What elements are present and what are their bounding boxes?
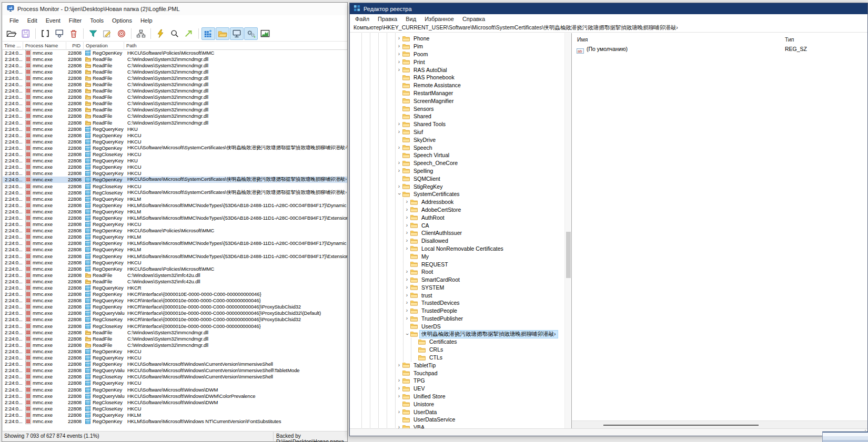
chevron-right-icon[interactable]: ›	[396, 386, 402, 391]
pm-menu-options[interactable]: Options	[108, 16, 136, 25]
tree-item-garbled-key[interactable]: ›侠明蟲楡敗潜挠污敗瑭摁鄠据挈揁敗瑭晚损聊哺卯潜敲›	[350, 330, 564, 338]
event-row[interactable]: 2:24:0...mmc.exe22808RegQueryKeyHKCR	[3, 284, 347, 291]
tree-item-my[interactable]: My	[350, 252, 564, 260]
event-row[interactable]: 2:24:0...mmc.exe22808RegQueryValueHKCU\S…	[3, 393, 347, 399]
event-row[interactable]: 2:24:0...mmc.exe22808RegCloseKeyHKCU\Sof…	[3, 374, 347, 380]
tree-item-ras-phonebook[interactable]: RAS Phonebook	[350, 74, 564, 81]
tree-item-trust[interactable]: ›trust	[350, 291, 564, 299]
tree-item-siuf[interactable]: ›Siuf	[350, 128, 564, 136]
column-header-path[interactable]: Path	[124, 42, 347, 49]
toolbar-show-registry-button[interactable]	[201, 27, 215, 40]
tree-item-ca[interactable]: ›CA	[350, 221, 564, 229]
event-row[interactable]: 2:24:0...mmc.exe22808RegOpenKeyHKLM\Soft…	[3, 418, 347, 424]
event-row[interactable]: 2:24:0...mmc.exe22808RegOpenKeyHKCU	[3, 132, 347, 138]
event-row[interactable]: 2:24:0...mmc.exe22808RegOpenKeyHKCU\Soft…	[3, 265, 347, 272]
chevron-right-icon[interactable]: ›	[404, 316, 410, 321]
tree-item-crls[interactable]: CRLs	[350, 346, 564, 354]
pm-menu-edit[interactable]: Edit	[23, 16, 42, 25]
tree-item-clientauthissuer[interactable]: ›ClientAuthIssuer	[350, 229, 564, 237]
event-row[interactable]: 2:24:0...mmc.exe22808RegOpenKeyHKLM\Soft…	[3, 253, 347, 259]
chevron-right-icon[interactable]: ›	[396, 378, 402, 383]
tree-item-trustedpeople[interactable]: ›TrustedPeople	[350, 307, 564, 315]
event-row[interactable]: 2:24:0...mmc.exe22808ReadFileC:\Windows\…	[3, 94, 347, 100]
event-row[interactable]: 2:24:0...mmc.exe22808ReadFileC:\Windows\…	[3, 88, 347, 94]
registry-address-bar[interactable]: Компьютер\HKEY_CURRENT_USER\Software\Mic…	[350, 23, 867, 33]
tree-item-root[interactable]: ›Root	[350, 268, 564, 276]
pm-menu-filter[interactable]: Filter	[65, 16, 86, 25]
event-row[interactable]: 2:24:0...mmc.exe22808RegOpenKeyHKLM\Soft…	[3, 240, 347, 246]
tree-item-ras-autodial[interactable]: ›RAS AutoDial	[350, 66, 564, 74]
tree-item-stigregkey[interactable]: ›StigRegKey	[350, 182, 564, 190]
event-row[interactable]: 2:24:0...mmc.exe22808RegQueryKeyHKLM	[3, 246, 347, 253]
event-row[interactable]: 2:24:0...mmc.exe22808ReadFileC:\Windows\…	[3, 113, 347, 119]
tree-vertical-scrollbar[interactable]	[564, 33, 571, 429]
column-header-operation[interactable]: Operation	[84, 42, 124, 49]
event-row[interactable]: 2:24:0...mmc.exe22808RegQueryKeyHKU	[3, 158, 347, 164]
value-name[interactable]: (По умолчанию)	[587, 46, 628, 52]
chevron-right-icon[interactable]: ›	[396, 59, 402, 65]
tree-item-uev[interactable]: ›UEV	[350, 385, 564, 393]
event-row[interactable]: 2:24:0...mmc.exe22808RegCloseKeyHKCR\Int…	[3, 316, 347, 323]
event-row[interactable]: 2:24:0...mmc.exe22808RegCloseKeyHKCU\Sof…	[3, 189, 347, 196]
event-row[interactable]: 2:24:0...mmc.exe22808ReadFileC:\Windows\…	[3, 335, 347, 342]
event-row[interactable]: 2:24:0...mmc.exe22808ReadFileC:\Windows\…	[3, 56, 347, 62]
toolbar-include-button[interactable]	[115, 27, 128, 40]
values-column-name[interactable]: Имя	[577, 36, 588, 43]
chevron-right-icon[interactable]: ›	[396, 184, 402, 189]
chevron-right-icon[interactable]: ›	[396, 363, 402, 368]
re-menu-item[interactable]: Избранное	[420, 15, 458, 23]
regedit-titlebar[interactable]: Редактор реестра	[350, 3, 867, 14]
tree-item-tpg[interactable]: ›TPG	[350, 377, 564, 385]
chevron-right-icon[interactable]: ›	[396, 67, 402, 73]
tree-item-speech-onecore[interactable]: ›Speech_OneCore	[350, 159, 564, 167]
chevron-right-icon[interactable]: ›	[396, 44, 402, 49]
tree-item-disallowed[interactable]: ›Disallowed	[350, 237, 564, 245]
chevron-right-icon[interactable]: ›	[396, 121, 402, 127]
chevron-down-icon[interactable]: ›	[404, 332, 410, 337]
toolbar-capture-button[interactable]	[38, 27, 52, 40]
toolbar-save-button[interactable]	[19, 27, 33, 40]
column-header-process-name[interactable]: Process Name	[23, 42, 66, 49]
chevron-right-icon[interactable]: ›	[404, 300, 410, 305]
toolbar-open-button[interactable]	[5, 27, 18, 40]
values-column-type[interactable]: Тип	[785, 36, 794, 43]
tree-item-spelling[interactable]: ›Spelling	[350, 167, 564, 175]
toolbar-show-profiling-button[interactable]	[258, 27, 272, 40]
event-row[interactable]: 2:24:0...mmc.exe22808ReadFileC:\Windows\…	[3, 272, 347, 278]
tree-item-remote-assistance[interactable]: Remote Assistance	[350, 81, 564, 89]
toolbar-jump-to-button[interactable]	[182, 27, 196, 40]
column-header-time[interactable]: Time ...	[2, 42, 23, 49]
event-row[interactable]: 2:24:0...mmc.exe22808RegCloseKeyHKCU\Sof…	[3, 399, 347, 405]
event-row[interactable]: 2:24:0...mmc.exe22808RegCloseKeyHKCU	[3, 183, 347, 189]
event-row[interactable]: 2:24:0...mmc.exe22808RegQueryKeyHKCU	[3, 380, 347, 386]
event-row[interactable]: 2:24:0...mmc.exe22808RegQueryKeyHKCU	[3, 259, 347, 265]
pm-menu-help[interactable]: Help	[136, 16, 157, 25]
toolbar-show-file-system-button[interactable]	[216, 27, 229, 40]
tree-item-pim[interactable]: ›Pim	[350, 43, 564, 50]
tree-item-shared-tools[interactable]: ›Shared Tools	[350, 120, 564, 128]
toolbar-filter-button[interactable]	[86, 27, 100, 40]
event-row[interactable]: 2:24:0...mmc.exe22808ReadFileC:\Windows\…	[3, 81, 347, 87]
chevron-right-icon[interactable]: ›	[404, 277, 410, 282]
event-row[interactable]: 2:24:0...mmc.exe22808ReadFileC:\Windows\…	[3, 100, 347, 107]
event-row[interactable]: 2:24:0...mmc.exe22808RegOpenKeyHKCR\Inte…	[3, 304, 347, 310]
tree-item-touchpad[interactable]: Touchpad	[350, 369, 564, 377]
chevron-right-icon[interactable]: ›	[404, 238, 410, 243]
tree-item-adobecertstore[interactable]: ›AdobeCertStore	[350, 206, 564, 214]
event-row[interactable]: 2:24:0...mmc.exe22808RegQueryValueHKCR\I…	[3, 310, 347, 316]
chevron-right-icon[interactable]: ›	[404, 199, 410, 204]
chevron-right-icon[interactable]: ›	[396, 36, 402, 41]
tree-item-sensors[interactable]: Sensors	[350, 105, 564, 112]
chevron-right-icon[interactable]: ›	[404, 293, 410, 298]
toolbar-process-tree-button[interactable]	[134, 27, 148, 40]
chevron-right-icon[interactable]: ›	[404, 308, 410, 313]
event-row[interactable]: 2:24:0...mmc.exe22808RegCloseKeyHKCR\Int…	[3, 323, 347, 329]
pm-menu-file[interactable]: File	[5, 16, 23, 25]
pm-menu-tools[interactable]: Tools	[86, 16, 108, 25]
event-row[interactable]: 2:24:0...mmc.exe22808RegOpenKeyHKCU\Soft…	[3, 49, 347, 56]
tree-item-skydrive[interactable]: SkyDrive	[350, 136, 564, 143]
toolbar-find-button[interactable]	[168, 27, 181, 40]
tree-item-sqmclient[interactable]: SQMClient	[350, 174, 564, 182]
tree-item-userdata[interactable]: ›UserData	[350, 408, 564, 416]
event-row[interactable]: 2:24:0...mmc.exe22808RegQueryKeyHKCU	[3, 170, 347, 177]
